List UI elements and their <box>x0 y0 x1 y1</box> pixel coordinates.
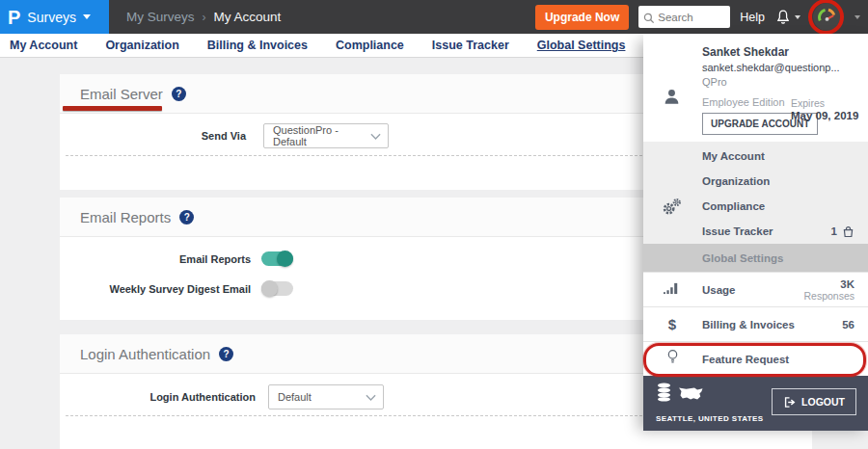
weekly-digest-label: Weekly Survey Digest Email <box>60 283 251 295</box>
upgrade-now-button[interactable]: Upgrade Now <box>535 5 629 30</box>
account-avatar-button[interactable] <box>810 0 845 34</box>
expires-block: Expires May 09, 2019 <box>791 97 860 121</box>
logout-label: LOGOUT <box>801 396 845 408</box>
chevron-down-icon <box>83 14 91 19</box>
panel-item-usage[interactable]: Usage 3K Responses <box>643 272 868 306</box>
panel-stats: Usage 3K Responses $ Billing & Invoices … <box>643 272 868 376</box>
panel-item-issue-tracker[interactable]: Issue Tracker 1 <box>643 219 868 244</box>
panel-item-billing[interactable]: $ Billing & Invoices 56 <box>643 306 868 341</box>
issue-tracker-count: 1 <box>831 225 854 238</box>
breadcrumb-my-account: My Account <box>214 10 282 24</box>
panel-item-label: Organization <box>702 175 770 187</box>
bag-icon <box>842 225 854 238</box>
panel-item-label: Feature Request <box>702 354 789 365</box>
billing-value: 56 <box>842 319 854 330</box>
expires-label: Expires <box>791 97 860 109</box>
annotation-red-underline <box>63 106 162 111</box>
dollar-icon: $ <box>660 316 685 332</box>
send-via-value: QuestionPro - Default <box>273 124 365 147</box>
app-root: P Surveys My Surveys › My Account Upgrad… <box>0 0 868 449</box>
weekly-digest-toggle[interactable] <box>261 281 293 296</box>
chevron-down-icon <box>854 15 860 19</box>
lightbulb-icon <box>660 349 685 369</box>
panel-item-label: Global Settings <box>702 252 783 264</box>
panel-footer: SEATTLE, UNITED STATES LOGOUT <box>643 376 868 431</box>
usage-value-block: 3K Responses <box>803 278 854 302</box>
usage-sub: Responses <box>803 290 854 302</box>
gears-icon <box>662 198 682 220</box>
account-dropdown-panel: Sanket Shekdar sanket.shekdar@questionp.… <box>643 34 868 424</box>
top-bar: P Surveys My Surveys › My Account Upgrad… <box>0 0 868 34</box>
panel-item-label: My Account <box>702 150 765 162</box>
avatar-gauge-icon <box>813 3 841 31</box>
user-name: Sanket Shekdar <box>702 45 868 59</box>
panel-item-compliance[interactable]: Compliance <box>643 194 868 219</box>
breadcrumb-my-surveys[interactable]: My Surveys <box>126 10 195 24</box>
panel-item-my-account[interactable]: My Account <box>643 144 868 169</box>
email-reports-label: Email Reports <box>60 253 251 265</box>
section-title: Login Authentication <box>80 346 210 362</box>
tab-global-settings[interactable]: Global Settings <box>537 35 626 56</box>
product-label: Surveys <box>27 10 76 25</box>
breadcrumb: My Surveys › My Account <box>126 10 281 24</box>
section-title: Email Server <box>80 86 163 102</box>
login-auth-select[interactable]: Default <box>268 384 384 409</box>
person-icon <box>663 88 681 110</box>
questionpro-logo-icon: P <box>8 8 20 27</box>
section-title: Email Reports <box>80 209 171 225</box>
footer-icons <box>656 383 704 402</box>
tab-my-account[interactable]: My Account <box>10 35 77 56</box>
chevron-down-icon <box>370 133 381 141</box>
usage-value: 3K <box>803 278 854 290</box>
tab-billing-invoices[interactable]: Billing & Invoices <box>207 35 308 56</box>
usa-map-icon <box>678 385 704 402</box>
panel-item-label: Compliance <box>702 200 765 212</box>
login-auth-value: Default <box>278 391 312 403</box>
billing-value-block: 56 <box>842 319 854 330</box>
email-reports-toggle[interactable] <box>261 251 293 266</box>
help-icon[interactable]: ? <box>179 210 194 224</box>
footer-location: SEATTLE, UNITED STATES <box>656 414 763 423</box>
surveys-product-menu[interactable]: P Surveys <box>0 0 109 34</box>
search-icon <box>643 11 655 28</box>
search-box <box>638 6 730 28</box>
help-icon[interactable]: ? <box>172 87 186 101</box>
bar-chart-icon <box>660 281 685 299</box>
logout-icon <box>783 396 796 409</box>
help-icon[interactable]: ? <box>219 347 233 361</box>
server-icon <box>656 383 672 402</box>
toggle-knob <box>277 251 293 267</box>
panel-item-global-settings[interactable]: Global Settings <box>643 244 868 272</box>
tab-organization[interactable]: Organization <box>105 35 178 56</box>
panel-item-label: Issue Tracker <box>702 225 773 237</box>
user-email: sanket.shekdar@questionp... <box>702 62 868 73</box>
send-via-label: Send Via <box>60 130 246 142</box>
panel-item-label: Usage <box>702 284 736 296</box>
user-org: QPro <box>702 76 868 88</box>
login-auth-label: Login Authentication <box>60 391 256 403</box>
panel-item-label: Billing & Invoices <box>702 319 795 330</box>
tab-compliance[interactable]: Compliance <box>336 35 404 56</box>
panel-menu: My Account Organization Compliance Issue… <box>643 142 868 272</box>
logout-button[interactable]: LOGOUT <box>772 388 856 415</box>
help-link[interactable]: Help <box>740 11 765 24</box>
notifications-button[interactable] <box>774 8 800 26</box>
tab-issue-tracker[interactable]: Issue Tracker <box>432 35 509 56</box>
panel-item-feature-request[interactable]: Feature Request <box>643 341 868 376</box>
chevron-down-icon <box>366 394 376 402</box>
panel-user-section: Sanket Shekdar sanket.shekdar@questionp.… <box>643 34 868 142</box>
topbar-right-group: Upgrade Now Help <box>535 0 868 34</box>
panel-item-organization[interactable]: Organization <box>643 169 868 194</box>
bell-icon <box>774 8 792 26</box>
chevron-down-icon <box>795 15 800 19</box>
breadcrumb-separator-icon: › <box>203 11 206 24</box>
issue-count-value: 1 <box>831 225 837 237</box>
expires-date: May 09, 2019 <box>791 110 860 121</box>
send-via-select[interactable]: QuestionPro - Default <box>263 123 389 148</box>
toggle-knob <box>261 280 278 297</box>
